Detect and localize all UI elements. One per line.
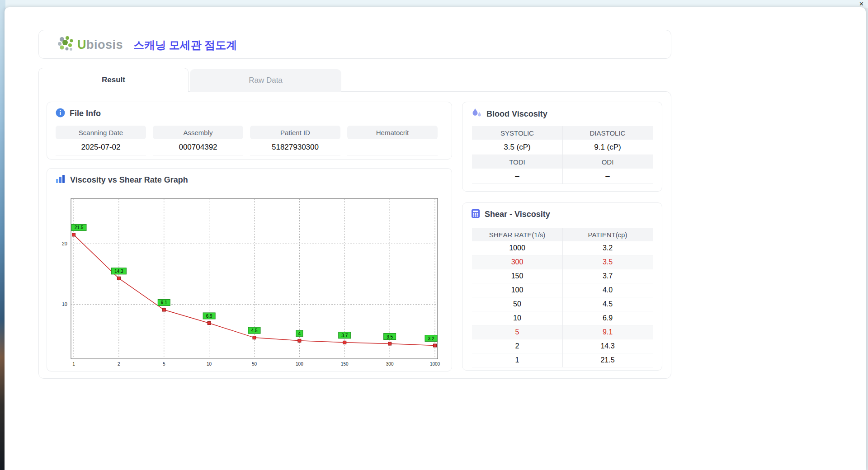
field-hematocrit: Hematocrit [347, 126, 438, 155]
logo-text: Ubiosis [77, 38, 123, 52]
field-label: Scanning Date [56, 126, 146, 139]
svg-text:10: 10 [62, 301, 67, 307]
svg-text:3.5: 3.5 [387, 334, 393, 339]
shear-rate-cell: 300 [472, 255, 562, 269]
patient-value-cell: 4.0 [562, 283, 653, 297]
svg-text:9.1: 9.1 [161, 300, 167, 305]
svg-text:1: 1 [72, 362, 75, 367]
column-divider [562, 228, 563, 367]
sv-header-shear-rate: SHEAR RATE(1/s) [472, 228, 562, 241]
shear-rate-cell: 50 [472, 297, 562, 311]
svg-text:6.9: 6.9 [206, 314, 212, 319]
shear-rate-cell: 5 [472, 325, 562, 339]
field-patient-id: Patient ID 51827930300 [250, 126, 340, 155]
patient-value-cell: 21.5 [562, 353, 653, 367]
file-info-title: File Info [70, 109, 101, 118]
info-icon [56, 108, 65, 119]
field-assembly: Assembly 000704392 [153, 126, 243, 155]
svg-text:100: 100 [296, 362, 303, 367]
shear-rate-cell: 150 [472, 269, 562, 283]
shear-viscosity-table: SHEAR RATE(1/s) PATIENT(cp) 1000 3.2 300… [472, 228, 653, 367]
viscosity-graph-card: Viscosity vs Shear Rate Graph 1020125105… [47, 168, 452, 371]
patient-value-cell: 3.7 [562, 269, 653, 283]
graph-title: Viscosity vs Shear Rate Graph [70, 175, 188, 185]
bv-diastolic-value: 9.1 (cP) [562, 140, 653, 155]
bv-header-systolic: SYSTOLIC [472, 126, 562, 140]
patient-value-cell: 3.2 [562, 241, 653, 255]
blood-viscosity-card: Blood Viscosity SYSTOLIC DIASTOLIC 3.5 (… [462, 102, 662, 192]
page-title: 스캐닝 모세관 점도계 [133, 38, 237, 52]
bv-todi-value: – [472, 169, 562, 184]
bv-systolic-value: 3.5 (cP) [472, 140, 562, 155]
file-info-fields: Scanning Date 2025-07-02 Assembly 000704… [56, 126, 438, 155]
bv-header-todi: TODI [472, 155, 562, 169]
blood-viscosity-table: SYSTOLIC DIASTOLIC 3.5 (cP) 9.1 (cP) TOD… [472, 126, 653, 184]
svg-text:3.7: 3.7 [341, 333, 348, 338]
patient-value-cell: 9.1 [562, 325, 653, 339]
shear-viscosity-title: Shear - Viscosity [485, 210, 550, 219]
field-value: 000704392 [153, 139, 243, 155]
field-value [347, 139, 438, 155]
bv-header-odi: ODI [562, 155, 653, 169]
bar-chart-icon [56, 174, 66, 185]
shear-rate-cell: 2 [472, 339, 562, 353]
tab-result[interactable]: Result [38, 68, 189, 92]
tab-raw-data[interactable]: Raw Data [190, 69, 341, 92]
svg-text:10: 10 [207, 362, 212, 367]
field-value: 51827930300 [250, 139, 340, 155]
svg-text:14.3: 14.3 [114, 269, 123, 274]
field-label: Patient ID [250, 126, 340, 139]
file-info-card: File Info Scanning Date 2025-07-02 Assem… [47, 102, 452, 160]
patient-value-cell: 6.9 [562, 311, 653, 325]
bv-header-diastolic: DIASTOLIC [562, 126, 653, 140]
shear-rate-cell: 100 [472, 283, 562, 297]
shear-viscosity-card: Shear - Viscosity SHEAR RATE(1/s) PATIEN… [462, 202, 662, 371]
patient-value-cell: 4.5 [562, 297, 653, 311]
field-label: Assembly [153, 126, 243, 139]
svg-text:2: 2 [118, 362, 120, 367]
column-divider [562, 126, 563, 184]
app-logo: Ubiosis [57, 35, 123, 54]
svg-text:300: 300 [386, 362, 394, 367]
svg-text:20: 20 [62, 241, 67, 246]
bv-odi-value: – [562, 169, 653, 184]
shear-rate-cell: 10 [472, 311, 562, 325]
sv-header-patient: PATIENT(cp) [562, 228, 653, 241]
svg-text:3.2: 3.2 [428, 336, 434, 341]
logo-leaf-icon [57, 35, 75, 54]
field-label: Hematocrit [347, 126, 438, 139]
svg-text:4: 4 [298, 331, 301, 336]
svg-text:4.5: 4.5 [251, 328, 258, 333]
calculator-icon [471, 209, 480, 220]
svg-text:21.5: 21.5 [75, 225, 84, 230]
field-scanning-date: Scanning Date 2025-07-02 [56, 126, 146, 155]
svg-text:5: 5 [163, 362, 165, 367]
droplet-icon [471, 108, 482, 120]
blood-viscosity-title: Blood Viscosity [486, 109, 547, 119]
viscosity-chart: 10201251050100150300100021.514.39.16.94.… [54, 196, 443, 367]
svg-text:150: 150 [341, 362, 349, 367]
shear-rate-cell: 1 [472, 353, 562, 367]
field-value: 2025-07-02 [56, 139, 146, 155]
shear-rate-cell: 1000 [472, 241, 562, 255]
patient-value-cell: 14.3 [562, 339, 653, 353]
patient-value-cell: 3.5 [562, 255, 653, 269]
svg-text:1000: 1000 [430, 362, 440, 367]
svg-text:50: 50 [252, 362, 257, 367]
